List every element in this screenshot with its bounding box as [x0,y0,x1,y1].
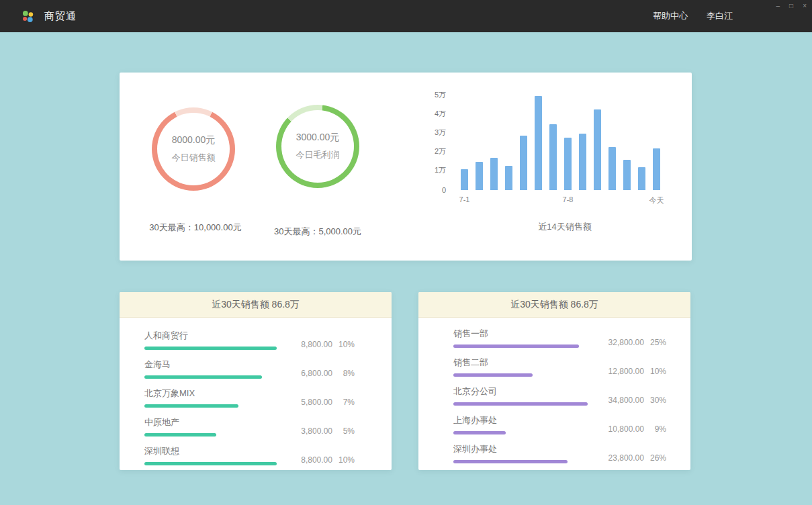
list-item-value: 8,800.00 [294,340,332,349]
window-minimize-icon[interactable]: – [775,2,782,10]
daily-sales-bar [564,138,572,190]
departments-sales-card: 近30天销售额 86.8万 销售一部32,800.0025%销售二部12,800… [418,292,690,470]
list-item-percent: 10% [339,455,355,465]
customers-sales-card: 近30天销售额 86.8万 人和商贸行8,800.0010%金海马6,800.0… [120,292,392,470]
daily-sales-ytick: 1万 [435,165,446,175]
window-close-icon[interactable]: × [801,2,808,10]
daily-sales-xtick: 今天 [649,195,664,205]
list-item: 上海办事处10,800.009% [453,414,666,434]
daily-sales-ytick: 4万 [435,109,446,119]
list-item-percent: 30% [650,396,666,405]
list-item: 销售二部12,800.0010% [453,357,666,377]
daily-sales-plot [461,96,669,190]
list-item-bar [453,345,579,348]
list-item-bar [144,404,238,408]
list-item-value: 23,800.00 [605,453,644,463]
list-item-name: 深圳办事处 [453,443,588,455]
profit-30d-max-note: 30天最高：5,000.00元 [264,226,371,238]
today-profit-donut: 3000.00元 今日毛利润 [276,105,359,188]
daily-sales-bar [535,96,542,190]
list-item-bar [144,462,277,465]
daily-sales-bar [505,166,512,190]
list-item-name: 上海办事处 [453,414,588,426]
titlebar: 商贸通 帮助中心 李白江 – □ × [0,0,812,32]
list-item-value: 8,800.00 [294,455,332,465]
daily-sales-bar [461,169,468,190]
list-item: 深圳办事处23,800.0026% [453,443,666,463]
list-item: 深圳联想8,800.0010% [144,445,355,465]
list-item-bar [453,460,568,463]
daily-sales-bar [490,158,498,190]
window-controls: – □ × [775,2,808,10]
list-item-value: 10,800.00 [605,424,644,434]
list-item-name: 深圳联想 [144,445,279,457]
list-item-name: 销售二部 [453,357,588,369]
daily-sales-bar [579,134,586,190]
window-maximize-icon[interactable]: □ [788,2,795,10]
list-item-bar [453,431,506,434]
daily-sales-xtick: 7-1 [459,195,470,203]
titlebar-nav: 帮助中心 李白江 [653,10,812,22]
list-item-bar-track [144,404,279,408]
list-item: 北京分公司34,800.0030% [453,385,666,406]
list-item-bar [453,402,588,406]
list-item-value: 32,800.00 [605,338,644,347]
daily-sales-bar [520,136,527,190]
daily-sales-bar [623,160,631,190]
today-sales-value: 8000.00元 [172,134,216,146]
daily-sales-xaxis: 7-17-8今天 [461,195,669,205]
list-item-name: 金海马 [144,359,279,371]
daily-sales-ytick: 2万 [435,146,446,156]
daily-sales-ytick: 5万 [435,90,446,100]
list-item-percent: 9% [650,424,666,434]
daily-sales-bar [476,162,483,190]
list-item-bar [144,347,277,350]
list-item-bar-track [453,373,588,377]
today-sales-label: 今日销售额 [172,152,216,164]
list-item-value: 5,800.00 [294,398,332,407]
list-item-value: 12,800.00 [605,367,644,376]
today-sales-donut-center: 8000.00元 今日销售额 [157,113,230,185]
list-item-bar-track [453,402,588,406]
list-item-bar-track [144,433,279,437]
list-item: 人和商贸行8,800.0010% [144,330,355,350]
sales-30d-max-note: 30天最高：10,000.00元 [142,222,249,234]
list-item-percent: 5% [339,426,355,436]
daily-sales-bar [653,148,660,190]
list-item: 中原地产3,800.005% [144,416,355,437]
list-item-bar-track [453,345,588,348]
today-profit-label: 今日毛利润 [296,149,340,161]
daily-sales-bar [608,147,616,190]
daily-sales-bar [594,109,601,190]
summary-card: 8000.00元 今日销售额 30天最高：10,000.00元 3000.00元… [120,73,692,261]
departments-card-header: 近30天销售额 86.8万 [418,292,690,318]
daily-sales-ytick: 0 [442,186,446,194]
list-item-percent: 10% [650,367,666,376]
list-item-value: 34,800.00 [605,396,644,405]
list-item-bar-track [453,460,588,463]
list-item-bar-track [144,375,279,379]
list-item: 北京万象MIX5,800.007% [144,387,355,408]
list-item-bar [453,373,533,377]
customers-rows: 人和商贸行8,800.0010%金海马6,800.008%北京万象MIX5,80… [120,318,392,465]
help-center-link[interactable]: 帮助中心 [653,10,688,22]
list-item-percent: 8% [339,369,355,378]
daily-sales-bar [549,124,557,190]
departments-rows: 销售一部32,800.0025%销售二部12,800.0010%北京分公司34,… [418,318,690,463]
list-item-name: 销售一部 [453,328,588,340]
list-item: 销售一部32,800.0025% [453,328,666,348]
app-title: 商贸通 [44,10,77,23]
list-item-value: 3,800.00 [294,426,332,436]
today-profit-donut-center: 3000.00元 今日毛利润 [281,110,354,183]
daily-sales-caption: 近14天销售额 [461,221,669,233]
list-item-bar-track [144,347,279,350]
daily-sales-ytick: 3万 [435,128,446,138]
user-name-menu[interactable]: 李白江 [707,10,733,22]
list-item-bar-track [144,462,279,465]
customers-card-header: 近30天销售额 86.8万 [120,292,392,318]
list-item-name: 中原地产 [144,416,279,428]
list-item-name: 人和商贸行 [144,330,279,342]
list-item-bar-track [453,431,588,434]
app-logo-icon [20,8,36,24]
list-item-value: 6,800.00 [294,369,332,378]
